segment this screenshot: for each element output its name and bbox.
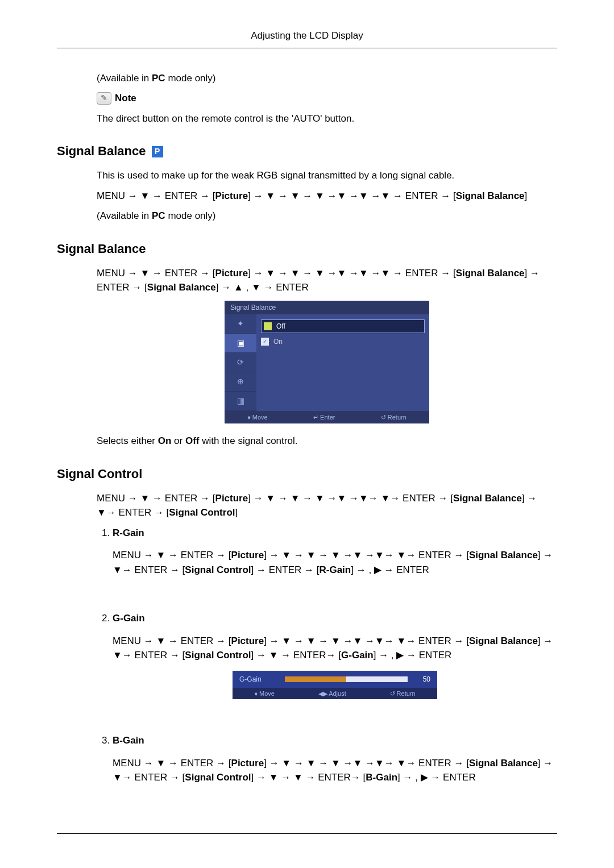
intro-block: (Available in PC mode only) ✎ Note The d…	[97, 71, 557, 126]
item-title: B-Gain	[113, 733, 557, 748]
note-text: The direct button on the remote control …	[97, 111, 557, 126]
option-on[interactable]: ✓ On	[261, 335, 425, 348]
panel-footer: ♦ Move ↵ Enter ↺ Return	[225, 411, 429, 424]
item-body: MENU → ▼ → ENTER → [Picture] → ▼ → ▼ → ▼…	[113, 756, 557, 785]
sec2-nav: MENU → ▼ → ENTER → [Picture] → ▼ → ▼ → ▼…	[97, 266, 557, 295]
sec2-body: MENU → ▼ → ENTER → [Picture] → ▼ → ▼ → ▼…	[97, 266, 557, 448]
side-icon-2[interactable]: ▣	[225, 334, 256, 353]
p-icon: P	[152, 146, 163, 157]
checkbox-icon	[264, 322, 272, 330]
document-page: Adjusting the LCD Display (Available in …	[0, 0, 614, 868]
side-icon-4[interactable]: ⊕	[225, 372, 256, 392]
ggain-top: G-Gain 50	[233, 671, 437, 688]
item-body: MENU → ▼ → ENTER → [Picture] → ▼ → ▼ → ▼…	[113, 548, 557, 577]
sec1-title: Signal Balance	[57, 144, 146, 158]
option-off[interactable]: Off	[261, 319, 425, 333]
footer-move: ♦ Move	[254, 689, 275, 699]
ggain-value: 50	[413, 674, 430, 684]
ggain-panel: G-Gain 50 ♦ Move ◀▶ Adjust ↺ Return	[233, 671, 437, 700]
panel-body: ✦ ▣ ⟳ ⊕ ▥ Off ✓ On	[225, 314, 429, 411]
sec2-selects: Selects either On or Off with the signal…	[97, 434, 557, 448]
option-off-label: Off	[276, 321, 285, 331]
sec1-nav: MENU → ▼ → ENTER → [Picture] → ▼ → ▼ → ▼…	[97, 189, 557, 203]
panel-side: ✦ ▣ ⟳ ⊕ ▥	[225, 314, 256, 411]
sec2-heading: Signal Balance	[57, 239, 557, 258]
pc-label: PC	[152, 73, 165, 84]
panel-main: Off ✓ On	[256, 314, 429, 411]
list-item: B-Gain MENU → ▼ → ENTER → [Picture] → ▼ …	[113, 733, 557, 785]
panel-title: Signal Balance	[225, 301, 429, 314]
side-icon-3[interactable]: ⟳	[225, 353, 256, 372]
footer-return: ↺ Return	[390, 689, 416, 699]
side-icon-5[interactable]: ▥	[225, 392, 256, 411]
list-item: G-Gain MENU → ▼ → ENTER → [Picture] → ▼ …	[113, 611, 557, 699]
page-header: Adjusting the LCD Display	[57, 28, 557, 48]
list-item: R-Gain MENU → ▼ → ENTER → [Picture] → ▼ …	[113, 526, 557, 578]
side-icon-1[interactable]: ✦	[225, 314, 256, 334]
sec1-available: (Available in PC mode only)	[97, 209, 557, 223]
sec3-body: MENU → ▼ → ENTER → [Picture] → ▼ → ▼ → ▼…	[97, 491, 557, 785]
gain-list: R-Gain MENU → ▼ → ENTER → [Picture] → ▼ …	[97, 526, 557, 785]
sec1-body: This is used to make up for the weak RGB…	[97, 168, 557, 223]
note-label: Note	[115, 91, 136, 106]
note-row: ✎ Note	[97, 91, 557, 106]
sec3-heading: Signal Control	[57, 464, 557, 483]
footer-return: ↺ Return	[381, 413, 406, 422]
item-title: G-Gain	[113, 611, 557, 626]
item-title: R-Gain	[113, 526, 557, 541]
signal-balance-panel: Signal Balance ✦ ▣ ⟳ ⊕ ▥ Off ✓ On	[225, 301, 429, 424]
sec1-heading: Signal Balance P	[57, 142, 557, 160]
available-note: (Available in PC mode only)	[97, 71, 557, 86]
item-body: MENU → ▼ → ENTER → [Picture] → ▼ → ▼ → ▼…	[113, 634, 557, 663]
ggain-slider[interactable]	[285, 676, 408, 682]
footer-enter: ↵ Enter	[313, 413, 335, 422]
sec3-nav: MENU → ▼ → ENTER → [Picture] → ▼ → ▼ → ▼…	[97, 491, 557, 520]
footer-rule	[57, 833, 557, 834]
ggain-label: G-Gain	[239, 674, 279, 684]
footer-move: ♦ Move	[247, 413, 268, 422]
ggain-fill	[285, 676, 346, 682]
sec1-desc: This is used to make up for the weak RGB…	[97, 168, 557, 183]
note-icon: ✎	[97, 92, 111, 105]
option-on-label: On	[273, 337, 283, 347]
ggain-footer: ♦ Move ◀▶ Adjust ↺ Return	[233, 688, 437, 700]
footer-adjust: ◀▶ Adjust	[318, 689, 346, 699]
checkbox-icon: ✓	[261, 338, 269, 346]
